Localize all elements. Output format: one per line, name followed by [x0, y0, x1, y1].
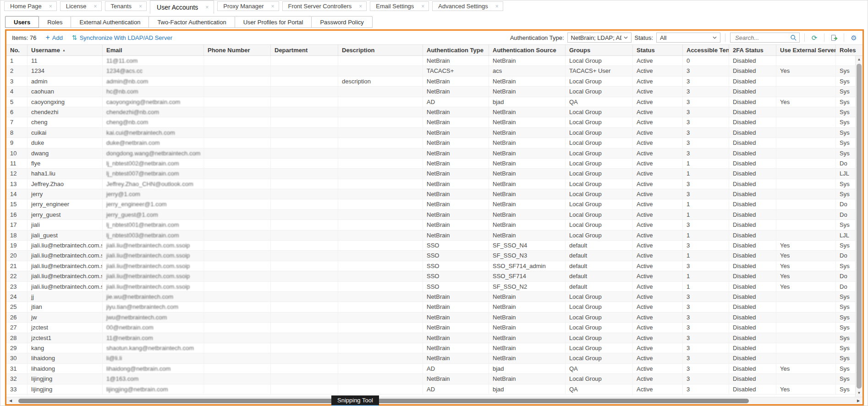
subtab-user-profiles-for-portal[interactable]: User Profiles for Portal: [235, 16, 312, 28]
horizontal-scrollbar-thumb[interactable]: [18, 399, 749, 403]
column-header-type[interactable]: Authentication Type: [423, 45, 489, 55]
subtab-label: User Profiles for Portal: [243, 19, 303, 26]
cell-department: [271, 56, 338, 66]
tab-front-server-controllers[interactable]: Front Server Controllers×: [282, 1, 367, 11]
subtab-roles[interactable]: Roles: [38, 16, 71, 28]
vertical-scrollbar-thumb[interactable]: [857, 64, 862, 389]
table-row[interactable]: 21jiali.liu@netbraintech.com.ssoipjiali.…: [6, 261, 855, 271]
close-icon[interactable]: ×: [139, 4, 142, 9]
column-header-email[interactable]: Email: [103, 45, 204, 55]
table-row[interactable]: 23jiali.liu@netbraintech.com.ssoipjiali.…: [6, 282, 855, 292]
scroll-right-icon[interactable]: ▶: [855, 397, 862, 404]
table-row[interactable]: 7chengcheng@nb.comNetBrainNetBrainLocal …: [6, 117, 855, 127]
table-row[interactable]: 18jiali_guestlj_nbtest003@netbrain.comNe…: [6, 230, 855, 241]
cell-department: [271, 77, 338, 86]
close-icon[interactable]: ×: [205, 5, 209, 10]
table-row[interactable]: 14jerryjerry@1.comNetBrainNetBrainLocal …: [6, 189, 855, 199]
column-header-username[interactable]: Username▲: [27, 45, 103, 55]
status-filter-select[interactable]: All: [656, 33, 720, 43]
settings-button[interactable]: ⚙: [849, 33, 859, 43]
table-row[interactable]: 17jialilj_nbtest001@netbrain.comNetBrain…: [6, 220, 855, 230]
table-row[interactable]: 28jzctest111@netbrain.comNetBrainNetBrai…: [6, 333, 855, 343]
tab-advanced-settings[interactable]: Advanced Settings×: [432, 1, 503, 11]
sync-ldap-button[interactable]: ⇅ Synchronize With LDAP/AD Server: [72, 34, 172, 41]
column-header-ext[interactable]: Use External Server Settings: [776, 45, 836, 55]
table-row[interactable]: 24jjjie.wu@netbraintech.comNetBrainNetBr…: [6, 292, 855, 302]
subtab-users[interactable]: Users: [5, 16, 39, 28]
search-input[interactable]: [734, 34, 790, 42]
scroll-down-icon[interactable]: ▼: [856, 390, 863, 397]
column-header-roles[interactable]: Roles: [836, 45, 863, 55]
vertical-scrollbar[interactable]: ▲ ▼: [855, 56, 863, 397]
cell-tfa: Disabled: [729, 282, 776, 291]
cell-username: jiali.liu@netbraintech.com.ssoip: [27, 251, 103, 260]
search-icon[interactable]: [790, 34, 797, 41]
column-header-groups[interactable]: Groups: [566, 45, 633, 55]
close-icon[interactable]: ×: [93, 4, 97, 9]
table-row[interactable]: 11111@11.comNetBrainNetBrainLocal GroupA…: [6, 56, 855, 66]
table-row[interactable]: 13Jeffrey.ZhaoJeffrey.Zhao_CHN@outlook.c…: [6, 179, 855, 189]
auth-type-filter-select[interactable]: NetBrain; LDAP; AD; T...: [567, 33, 632, 43]
column-header-no[interactable]: No.: [6, 45, 27, 55]
cell-roles: Sys: [836, 384, 855, 394]
scroll-left-icon[interactable]: ◀: [7, 397, 14, 404]
cell-description: [338, 148, 423, 158]
cell-description: [338, 261, 423, 271]
table-row[interactable]: 32lijingjing1@163.comNetBrainNetBrainLoc…: [6, 374, 855, 384]
add-user-button[interactable]: + Add: [45, 34, 62, 41]
table-row[interactable]: 29kangshaotun.kang@netbraintech.comNetBr…: [6, 343, 855, 353]
table-row[interactable]: 8cuikaikai.cui@netbraintech.comNetBrainN…: [6, 128, 855, 138]
scroll-up-icon[interactable]: ▲: [856, 56, 863, 63]
close-icon[interactable]: ×: [49, 4, 52, 9]
horizontal-scrollbar[interactable]: ◀ ▶: [6, 397, 863, 404]
table-row[interactable]: 12haha1.liulj_nbtest007@netbrain.comNetB…: [6, 169, 855, 179]
export-button[interactable]: [829, 33, 839, 43]
tab-email-settings[interactable]: Email Settings×: [370, 1, 429, 11]
column-header-tfa[interactable]: 2FA Status: [729, 45, 776, 55]
tab-home-page[interactable]: Home Page×: [4, 1, 57, 11]
table-row[interactable]: 22jiali.liu@netbraintech.com.ssoipjiali.…: [6, 271, 855, 281]
tab-user-accounts[interactable]: User Accounts×: [150, 0, 214, 14]
subtab-two-factor-authentication[interactable]: Two-Factor Authentication: [148, 16, 235, 28]
table-row[interactable]: 25jtianjiyu.tian@netbraintech.comNetBrai…: [6, 302, 855, 312]
table-row[interactable]: 3adminadmin@nb.comdescriptionNetBrainNet…: [6, 77, 855, 87]
table-row[interactable]: 10dwangdongdong.wang@netbraintech.comNet…: [6, 148, 855, 159]
subtab-password-policy[interactable]: Password Policy: [311, 16, 372, 28]
table-row[interactable]: 15jerry_engineerjerry_engineer@1.comNetB…: [6, 199, 855, 209]
column-label: Email: [106, 47, 122, 54]
tab-proxy-manager[interactable]: Proxy Manager×: [217, 1, 279, 11]
close-icon[interactable]: ×: [495, 4, 499, 9]
column-header-source[interactable]: Authentication Source: [489, 45, 566, 55]
cell-description: [338, 210, 423, 219]
table-row[interactable]: 27jzctest00@netbrain.comNetBrainNetBrain…: [6, 323, 855, 333]
tab-license[interactable]: License×: [60, 1, 102, 11]
table-row[interactable]: 9dukeduke@netbrain.comNetBrainNetBrainLo…: [6, 138, 855, 148]
table-row[interactable]: 11flyelj_nbtest002@netbrain.comNetBrainN…: [6, 159, 855, 169]
table-row[interactable]: 26jwjwu@netbraintech.comNetBrainNetBrain…: [6, 313, 855, 323]
cell-type: NetBrain: [423, 333, 489, 343]
refresh-button[interactable]: ⟳: [809, 33, 819, 43]
close-icon[interactable]: ×: [359, 4, 362, 9]
table-row[interactable]: 16jerry_guestjerry_guest@1.comNetBrainNe…: [6, 210, 855, 220]
column-header-tenants[interactable]: Accessible Tenants: [683, 45, 729, 55]
cell-username: lijingjing: [27, 374, 103, 384]
table-row[interactable]: 212341234@acs.ccTACACS+acsTACACS+ UserAc…: [6, 66, 855, 76]
table-row[interactable]: 31lihaidonglihaidong@netbrain.comADbjadQ…: [6, 364, 855, 374]
subtab-external-authentication[interactable]: External Authentication: [71, 16, 149, 28]
column-header-phone[interactable]: Phone Number: [204, 45, 271, 55]
cell-description: [338, 241, 423, 250]
column-header-status[interactable]: Status: [633, 45, 683, 55]
table-row[interactable]: 19jiali.liu@netbraintech.com.ssoipjiali.…: [6, 241, 855, 251]
tab-tenants[interactable]: Tenants×: [105, 1, 147, 11]
close-icon[interactable]: ×: [271, 4, 275, 9]
table-row[interactable]: 33lijingjinglijingjing@netbrain.comADbja…: [6, 384, 855, 395]
close-icon[interactable]: ×: [421, 4, 424, 9]
table-row[interactable]: 6chendezhichendezhi@nb.comNetBrainNetBra…: [6, 107, 855, 117]
table-row[interactable]: 4caohuanhc@nb.comNetBrainNetBrainLocal G…: [6, 87, 855, 97]
column-header-description[interactable]: Description: [338, 45, 423, 55]
table-row[interactable]: 20jiali.liu@netbraintech.com.ssoipjiali.…: [6, 251, 855, 261]
column-header-department[interactable]: Department: [271, 45, 338, 55]
table-row[interactable]: 5caoyongxingcaoyongxing@netbrain.comADbj…: [6, 97, 855, 107]
table-row[interactable]: 30lihaidongli@li.liNetBrainNetBrainLocal…: [6, 353, 855, 363]
cell-email: lj_nbtest007@netbrain.com: [103, 169, 204, 178]
